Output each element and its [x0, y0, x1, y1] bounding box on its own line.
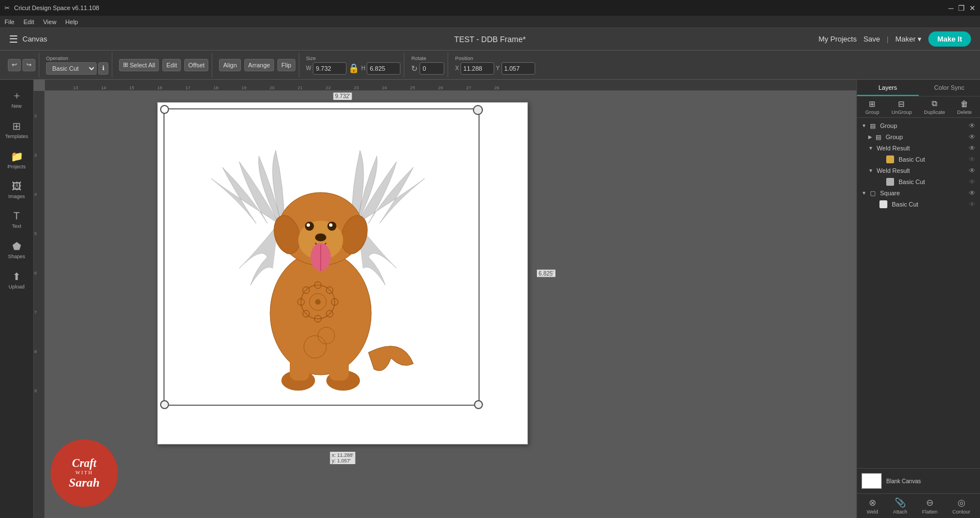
flatten-label: Flatten [922, 509, 938, 515]
square1-label: Square [880, 190, 900, 196]
sidebar-item-text[interactable]: T Text [2, 206, 31, 233]
layer-basiccut2[interactable]: Basic Cut 👁 [857, 176, 980, 187]
contour-button[interactable]: ◎ Contour [952, 497, 970, 515]
minimize-btn[interactable]: ─ [949, 4, 954, 12]
canvas-label: Canvas [22, 35, 47, 43]
canvas-content[interactable]: 9.732' 6.825' x: 11.288'y: 1.057' [45, 91, 856, 518]
sidebar-item-shapes[interactable]: ⬟ Shapes [2, 236, 31, 264]
make-it-button[interactable]: Make It [928, 31, 971, 47]
basiccut3-visibility[interactable]: 👁 [969, 200, 976, 208]
layer-basiccut3[interactable]: Basic Cut 👁 [857, 199, 980, 210]
flip-button[interactable]: Flip [277, 59, 295, 71]
square1-visibility[interactable]: 👁 [969, 189, 976, 197]
hamburger-menu[interactable]: ☰ [9, 33, 18, 45]
menu-edit[interactable]: Edit [24, 19, 34, 25]
rotate-input[interactable] [420, 62, 444, 75]
save-button[interactable]: Save [863, 35, 880, 43]
canvas-area[interactable]: 13 14 15 16 17 18 19 20 21 22 23 24 25 2… [34, 80, 856, 518]
layer-group2[interactable]: ▶ ▤ Group 👁 [857, 131, 980, 143]
layer-duplicate-btn[interactable]: ⧉ Duplicate [924, 99, 945, 115]
flatten-button[interactable]: ⊖ Flatten [922, 497, 938, 515]
select-all-button[interactable]: ⊞ Select All [119, 59, 159, 71]
basiccut2-color-swatch [886, 178, 894, 186]
divider: | [887, 35, 888, 43]
width-input[interactable] [313, 62, 347, 75]
undo-button[interactable]: ↩ [8, 59, 21, 71]
sidebar-item-new[interactable]: ＋ New [2, 84, 31, 113]
group2-visibility[interactable]: 👁 [969, 133, 976, 141]
sidebar-item-images[interactable]: 🖼 Images [2, 176, 31, 204]
group1-visibility[interactable]: 👁 [969, 122, 976, 130]
menu-bar: File Edit View Help [0, 16, 980, 28]
layer-weld1[interactable]: ▼ Weld Result 👁 [857, 143, 980, 154]
height-input[interactable] [367, 62, 400, 75]
cws-with-text: WITH [75, 470, 93, 475]
basiccut1-visibility[interactable]: 👁 [969, 155, 976, 163]
operation-dropdown[interactable]: Basic Cut [46, 62, 97, 75]
basiccut1-color-swatch [886, 155, 894, 163]
title-bar: ✂ Cricut Design Space v6.11.108 ─ ❐ ✕ [0, 0, 980, 16]
svg-rect-14 [290, 330, 309, 381]
tab-color-sync[interactable]: Color Sync [919, 80, 981, 96]
edit-button[interactable]: Edit [162, 59, 181, 71]
close-btn[interactable]: ✕ [969, 4, 976, 12]
redo-button[interactable]: ↪ [22, 59, 35, 71]
secondary-toolbar: ↩ ↪ Operation Basic Cut ℹ ⊞ Select All E… [0, 51, 980, 80]
undo-redo-section: ↩ ↪ [4, 53, 39, 77]
sidebar-item-projects[interactable]: 📁 Projects [2, 146, 31, 174]
sidebar-item-upload[interactable]: ⬆ Upload [2, 266, 31, 294]
templates-icon: ⊞ [12, 120, 21, 132]
cws-sarah-text: Sarah [69, 475, 99, 490]
layer-square1[interactable]: ▼ ▢ Square 👁 [857, 187, 980, 199]
images-icon: 🖼 [12, 181, 22, 192]
svg-point-18 [315, 299, 321, 305]
flatten-icon: ⊖ [926, 497, 933, 508]
layer-delete-btn[interactable]: 🗑 Delete [957, 99, 972, 115]
basiccut1-label: Basic Cut [899, 156, 925, 163]
svg-point-7 [307, 223, 310, 227]
sidebar-item-label-text: Text [12, 223, 21, 229]
my-projects-link[interactable]: My Projects [819, 35, 857, 43]
size-section: Size W 🔒 H [303, 53, 405, 77]
weld2-chevron: ▼ [868, 168, 873, 173]
align-button[interactable]: Align [219, 59, 240, 71]
weld2-visibility[interactable]: 👁 [969, 167, 976, 175]
sidebar-item-label-templates: Templates [5, 134, 28, 139]
cws-craft-text: Craft [72, 457, 96, 470]
contour-label: Contour [952, 509, 970, 515]
arrange-button[interactable]: Arrange [244, 59, 274, 71]
y-input[interactable] [502, 62, 535, 75]
menu-view[interactable]: View [43, 19, 57, 25]
attach-icon: 📎 [895, 497, 906, 508]
operation-section: Operation Basic Cut ℹ [43, 53, 112, 77]
square1-icon: ▢ [870, 190, 876, 197]
maker-dropdown[interactable]: Maker ▾ [895, 35, 922, 43]
x-input[interactable] [461, 62, 494, 75]
layers-panel: ▼ ▤ Group 👁 ▶ ▤ Group 👁 ▼ Weld Result 👁 [857, 118, 980, 468]
layer-group-btn[interactable]: ⊞ Group [865, 99, 879, 115]
group1-icon: ▤ [870, 122, 876, 130]
restore-btn[interactable]: ❐ [958, 4, 965, 12]
operation-info[interactable]: ℹ [98, 62, 108, 75]
sidebar-item-templates[interactable]: ⊞ Templates [2, 116, 31, 144]
tab-layers[interactable]: Layers [857, 80, 919, 96]
offset-button[interactable]: Offset [184, 59, 208, 71]
w-label: W [306, 65, 311, 71]
lock-icon[interactable]: 🔒 [348, 63, 359, 74]
menu-help[interactable]: Help [65, 19, 78, 25]
menu-file[interactable]: File [4, 19, 15, 25]
x-label: X [455, 65, 459, 71]
app-title: Cricut Design Space v6.11.108 [14, 4, 99, 11]
blank-canvas-swatch[interactable] [862, 473, 882, 489]
layer-basiccut1[interactable]: Basic Cut 👁 [857, 154, 980, 165]
main-area: ＋ New ⊞ Templates 📁 Projects 🖼 Images T … [0, 80, 980, 518]
layer-ungroup-btn[interactable]: ⊟ UnGroup [891, 99, 912, 115]
basiccut2-visibility[interactable]: 👁 [969, 178, 976, 186]
weld-button[interactable]: ⊗ Weld [867, 497, 878, 515]
weld1-visibility[interactable]: 👁 [969, 144, 976, 152]
attach-button[interactable]: 📎 Attach [893, 497, 908, 515]
layer-group1[interactable]: ▼ ▤ Group 👁 [857, 120, 980, 131]
blank-canvas-label: Blank Canvas [886, 478, 921, 484]
layer-weld2[interactable]: ▼ Weld Result 👁 [857, 165, 980, 176]
select-icon: ⊞ [123, 61, 128, 68]
